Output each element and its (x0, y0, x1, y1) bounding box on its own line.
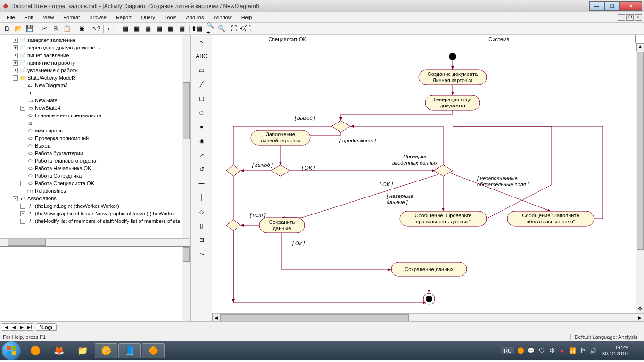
close-button[interactable]: ✕ (619, 1, 642, 11)
tree-row[interactable]: +📄увольнение с работы (1, 66, 189, 74)
log-tab[interactable]: \Log/ (36, 323, 57, 331)
scroll-right-icon[interactable]: ▶ (636, 314, 644, 321)
text-tool-icon[interactable]: ABC (195, 51, 209, 61)
diagram3-icon[interactable]: ▦ (143, 24, 153, 34)
anchor-tool-icon[interactable]: ╱ (195, 79, 209, 90)
mdi-restore-button[interactable]: ❐ (626, 14, 634, 21)
diagram-canvas[interactable]: Создание документа Личная карточка Генер… (212, 43, 644, 313)
tree-vertical-scrollbar[interactable] (182, 35, 190, 238)
log-first-icon[interactable]: |◀ (2, 323, 9, 331)
tree-row[interactable]: • (1, 89, 189, 97)
tree-row[interactable]: +/(theLogin:Login) (theWorker:Worker) (1, 202, 189, 210)
state-tool-icon[interactable]: ▢ (195, 93, 209, 104)
taskbar-app-4[interactable]: 🌼 (95, 343, 117, 358)
browse-class-icon[interactable]: ▭ (106, 24, 116, 34)
object-flow-icon[interactable]: ⤳ (195, 249, 209, 259)
tree-row[interactable]: ⬭Работа бухгалтерии (1, 149, 189, 157)
tree-expander-icon[interactable]: + (13, 60, 18, 66)
tree-row[interactable]: +📄перевод на другую должность (1, 44, 189, 51)
tree-expander-icon[interactable]: - (13, 75, 18, 81)
tree-row[interactable]: -📁State/Activity Model3 (1, 74, 189, 82)
tree-row[interactable]: ⬭имя пароль (1, 127, 189, 134)
zoom-out-icon[interactable]: 🔍- (217, 24, 228, 34)
log-prev-icon[interactable]: ◀ (10, 323, 17, 331)
sync-bar-h-icon[interactable]: — (195, 178, 209, 189)
menu-addins[interactable]: Add-Ins (182, 13, 209, 22)
canvas-vertical-scrollbar[interactable]: ▲ (636, 43, 644, 313)
tree-row[interactable]: +▭NewState4 (1, 104, 189, 112)
menu-format[interactable]: Format (58, 13, 84, 22)
volume-icon[interactable]: 🔊 (590, 347, 597, 354)
input-language[interactable]: RU (501, 347, 514, 354)
swimlane-tool-icon[interactable]: ▯ (195, 221, 209, 231)
tree-row[interactable]: ▭NewState (1, 97, 189, 104)
tree-row[interactable]: ⊟ (1, 119, 189, 127)
action-center-icon[interactable]: 🏳 (579, 347, 587, 354)
tree-row[interactable]: 🗂NewDiagram3 (1, 82, 189, 89)
documentation-pane[interactable] (0, 246, 190, 321)
tree-row[interactable]: +📄принятие на работу (1, 59, 189, 66)
tree-row[interactable]: +/(theModify list of members of staff:Mo… (1, 217, 189, 225)
tree-row[interactable]: ⬭Работа планового отдела (1, 157, 189, 165)
maximize-button[interactable]: ❐ (604, 1, 619, 11)
tree-row[interactable]: ⬭Проверка полномочий (1, 134, 189, 142)
open-icon[interactable]: 📂 (13, 24, 24, 34)
start-state-icon[interactable]: ● (195, 122, 209, 132)
transition-tool-icon[interactable]: ↗ (195, 150, 209, 160)
tree-row[interactable]: +⬭Работа Специалиста OK (1, 180, 189, 187)
show-desktop-button[interactable] (634, 341, 638, 360)
menu-file[interactable]: File (2, 13, 20, 22)
tray-icon-3[interactable]: 🛡 (538, 347, 545, 354)
taskbar-app-3[interactable]: 📁 (71, 343, 94, 358)
clock[interactable]: 14:29 30.12.2010 (602, 345, 628, 357)
tree-expander-icon[interactable]: + (20, 204, 25, 209)
tree-row[interactable]: +📄пишет заявление (1, 51, 189, 59)
menu-window[interactable]: Window (209, 13, 237, 22)
tree-row[interactable]: +/(theView graphic of leave :View graphi… (1, 210, 189, 217)
tree-expander-icon[interactable]: + (13, 45, 18, 50)
tree-expander-icon[interactable]: + (13, 53, 18, 58)
tree-row[interactable]: ⬭Главное меню специалиста (1, 112, 189, 119)
tree-row[interactable]: ⬭Работа Сотрудника (1, 172, 189, 180)
network-icon[interactable]: 📶 (569, 347, 577, 354)
parent-icon[interactable]: ⬆▦ (191, 24, 202, 34)
log-next-icon[interactable]: ▶ (18, 323, 25, 331)
browser-tree[interactable]: +📄заверяет заявление+📄перевод на другую … (0, 35, 190, 238)
tray-icon-1[interactable]: 🟠 (517, 347, 525, 354)
tree-expander-icon[interactable]: + (20, 211, 25, 216)
context-help-icon[interactable]: ↖? (91, 24, 101, 34)
undo-fit-icon[interactable]: ⟲⛶ (240, 24, 250, 34)
tree-expander-icon[interactable]: + (13, 38, 18, 43)
log-last-icon[interactable]: ▶| (26, 323, 33, 331)
taskbar-app-2[interactable]: 🦊 (48, 343, 70, 358)
taskbar-app-5[interactable]: 📘 (118, 343, 141, 358)
paste-icon[interactable]: 📋 (62, 24, 72, 34)
tree-expander-icon[interactable]: + (20, 106, 25, 111)
tree-row[interactable]: +📄заверяет заявление (1, 36, 189, 44)
swimlane-header-right[interactable]: Система (363, 35, 636, 43)
tray-icon-4[interactable]: ❇ (548, 347, 556, 354)
tree-row[interactable]: ⬭Работа Начальника OK (1, 165, 189, 172)
minimize-button[interactable]: — (589, 1, 604, 11)
menu-report[interactable]: Report (111, 13, 136, 22)
cut-icon[interactable]: ✂ (39, 24, 50, 34)
tree-expander-icon[interactable]: - (13, 196, 18, 201)
diagram6-icon[interactable]: ▦ (177, 24, 187, 34)
scroll-left-icon[interactable]: ◀ (212, 314, 220, 321)
decision-tool-icon[interactable]: ◇ (195, 206, 209, 217)
tree-expander-icon[interactable]: + (13, 68, 18, 73)
tree-horizontal-scrollbar[interactable] (0, 238, 190, 246)
save-icon[interactable]: 💾 (25, 24, 35, 34)
activity-tool-icon[interactable]: ⬭ (195, 107, 209, 118)
object-tool-icon[interactable]: ⊡ (195, 235, 209, 245)
tree-row[interactable]: -⇄Associations (1, 195, 189, 202)
menu-query[interactable]: Query (136, 13, 160, 22)
taskbar-app-6[interactable]: 🔶 (142, 343, 165, 358)
tree-expander-icon[interactable]: + (20, 219, 25, 224)
zoom-in-icon[interactable]: 🔍+ (206, 24, 216, 34)
taskbar-app-1[interactable]: 🟠 (24, 343, 47, 358)
diagram2-icon[interactable]: ▦ (132, 24, 142, 34)
tree-row[interactable]: ⬭Выход (1, 142, 189, 149)
start-button[interactable] (2, 341, 21, 360)
diagram5-icon[interactable]: ▦ (165, 24, 176, 34)
